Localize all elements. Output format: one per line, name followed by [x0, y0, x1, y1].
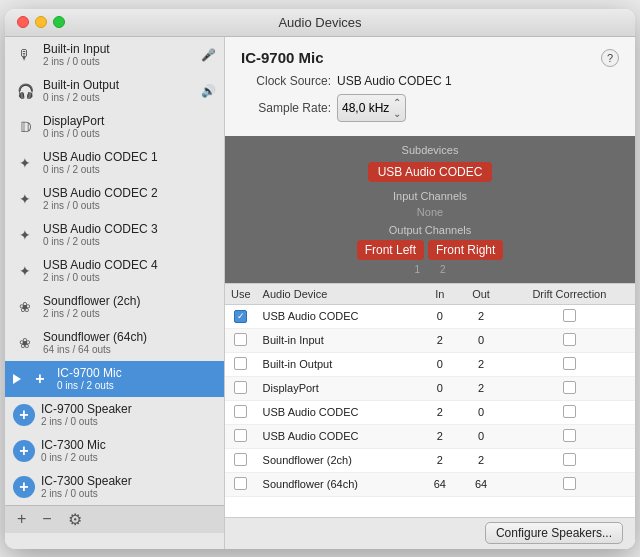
row-in: 0 [421, 304, 458, 328]
clock-source-value: USB Audio CODEC 1 [337, 74, 452, 88]
sidebar-item-ic9700-speaker[interactable]: +IC-9700 Speaker2 ins / 0 outs [5, 397, 224, 433]
drift-checkbox[interactable] [563, 405, 576, 418]
row-in: 2 [421, 400, 458, 424]
table-row: USB Audio CODEC20 [225, 400, 635, 424]
sidebar-item-ic7300-speaker[interactable]: +IC-7300 Speaker2 ins / 0 outs [5, 469, 224, 505]
device-io: 2 ins / 0 outs [43, 200, 158, 211]
help-button[interactable]: ? [601, 49, 619, 67]
use-checkbox[interactable] [234, 333, 247, 346]
traffic-lights [17, 16, 65, 28]
table-row: USB Audio CODEC20 [225, 424, 635, 448]
output-channels-section: Output Channels Front LeftFront Right 12 [237, 224, 623, 275]
configure-speakers-button[interactable]: Configure Speakers... [485, 522, 623, 544]
sidebar-item-usb-codec-2[interactable]: ✦USB Audio CODEC 22 ins / 0 outs [5, 181, 224, 217]
main-panel: IC-9700 Mic Clock Source: USB Audio CODE… [225, 37, 635, 549]
device-io: 0 ins / 2 outs [43, 164, 158, 175]
sample-rate-label: Sample Rate: [241, 101, 331, 115]
device-io: 0 ins / 2 outs [43, 92, 119, 103]
row-in: 2 [421, 448, 458, 472]
row-checkbox-cell [225, 352, 257, 376]
output-channel-badge-0[interactable]: Front Left [357, 240, 424, 260]
row-checkbox-cell [225, 472, 257, 496]
minimize-button[interactable] [35, 16, 47, 28]
drift-checkbox[interactable] [563, 453, 576, 466]
aggregate-table-container: Use Audio Device In Out Drift Correction… [225, 283, 635, 517]
row-device-name: USB Audio CODEC [257, 304, 422, 328]
sidebar-item-ic7300-mic[interactable]: +IC-7300 Mic0 ins / 2 outs [5, 433, 224, 469]
sidebar-item-displayport[interactable]: 𝔻DisplayPort0 ins / 0 outs [5, 109, 224, 145]
use-checkbox[interactable] [234, 477, 247, 490]
drift-checkbox[interactable] [563, 429, 576, 442]
use-checkbox[interactable] [234, 381, 247, 394]
row-drift-cell [504, 448, 635, 472]
device-header: IC-9700 Mic Clock Source: USB Audio CODE… [225, 37, 635, 136]
row-device-name: Built-in Output [257, 352, 422, 376]
row-out: 0 [458, 424, 503, 448]
use-checkbox[interactable] [234, 357, 247, 370]
row-checkbox-cell [225, 304, 257, 328]
device-name: Soundflower (2ch) [43, 294, 140, 308]
sidebar-item-usb-codec-3[interactable]: ✦USB Audio CODEC 30 ins / 2 outs [5, 217, 224, 253]
device-name: USB Audio CODEC 1 [43, 150, 158, 164]
subdevices-badges: USB Audio CODEC [237, 162, 623, 182]
usb-icon: ✦ [13, 259, 37, 283]
sidebar-item-usb-codec-1[interactable]: ✦USB Audio CODEC 10 ins / 2 outs [5, 145, 224, 181]
row-checkbox-cell [225, 376, 257, 400]
close-button[interactable] [17, 16, 29, 28]
row-out: 2 [458, 448, 503, 472]
drift-checkbox[interactable] [563, 477, 576, 490]
displayport-icon: 𝔻 [13, 115, 37, 139]
drift-checkbox[interactable] [563, 357, 576, 370]
subdevice-badge[interactable]: USB Audio CODEC [368, 162, 493, 182]
row-out: 64 [458, 472, 503, 496]
row-checkbox-cell [225, 328, 257, 352]
device-name: USB Audio CODEC 2 [43, 186, 158, 200]
use-checkbox[interactable] [234, 405, 247, 418]
use-checkbox[interactable] [234, 429, 247, 442]
row-device-name: Soundflower (64ch) [257, 472, 422, 496]
row-in: 2 [421, 328, 458, 352]
sidebar-item-built-in-input[interactable]: 🎙Built-in Input2 ins / 0 outs🎤 [5, 37, 224, 73]
aggregate-table: Use Audio Device In Out Drift Correction… [225, 284, 635, 497]
row-in: 0 [421, 376, 458, 400]
sidebar-item-built-in-output[interactable]: 🎧Built-in Output0 ins / 2 outs🔊 [5, 73, 224, 109]
drift-checkbox[interactable] [563, 309, 576, 322]
add-device-button[interactable]: + [13, 508, 30, 530]
device-name: DisplayPort [43, 114, 104, 128]
row-device-name: Built-in Input [257, 328, 422, 352]
use-checkbox[interactable] [234, 453, 247, 466]
device-name: USB Audio CODEC 3 [43, 222, 158, 236]
row-out: 0 [458, 328, 503, 352]
use-checkbox[interactable] [234, 310, 247, 323]
table-row: Built-in Input20 [225, 328, 635, 352]
sidebar-item-usb-codec-4[interactable]: ✦USB Audio CODEC 42 ins / 0 outs [5, 253, 224, 289]
maximize-button[interactable] [53, 16, 65, 28]
device-name: IC-9700 Speaker [41, 402, 132, 416]
sidebar-item-ic9700-mic[interactable]: +IC-9700 Mic0 ins / 2 outs [5, 361, 224, 397]
row-in: 0 [421, 352, 458, 376]
remove-device-button[interactable]: − [38, 508, 55, 530]
chevron-icon: ⌃⌄ [393, 97, 401, 119]
sample-rate-select[interactable]: 48,0 kHz ⌃⌄ [337, 94, 406, 122]
drift-checkbox[interactable] [563, 333, 576, 346]
col-audio-device: Audio Device [257, 284, 422, 305]
row-device-name: USB Audio CODEC [257, 400, 422, 424]
sidebar-item-soundflower-64ch[interactable]: ❀Soundflower (64ch)64 ins / 64 outs [5, 325, 224, 361]
row-drift-cell [504, 376, 635, 400]
channel-numbers: 12 [237, 264, 623, 275]
subdevices-title: Subdevices [237, 144, 623, 156]
col-drift: Drift Correction [504, 284, 635, 305]
table-row: USB Audio CODEC02 [225, 304, 635, 328]
settings-button[interactable]: ⚙ [64, 508, 86, 531]
row-out: 2 [458, 304, 503, 328]
device-io: 2 ins / 0 outs [41, 416, 132, 427]
usb-icon: ✦ [13, 151, 37, 175]
sidebar-item-soundflower-2ch[interactable]: ❀Soundflower (2ch)2 ins / 2 outs [5, 289, 224, 325]
usb-icon: ✦ [13, 223, 37, 247]
sidebar-bottom-bar: +−⚙ [5, 505, 224, 533]
output-channel-badge-1[interactable]: Front Right [428, 240, 503, 260]
output-channels-title: Output Channels [237, 224, 623, 236]
audio-devices-window: Audio Devices 🎙Built-in Input2 ins / 0 o… [5, 9, 635, 549]
table-row: Soundflower (64ch)6464 [225, 472, 635, 496]
drift-checkbox[interactable] [563, 381, 576, 394]
